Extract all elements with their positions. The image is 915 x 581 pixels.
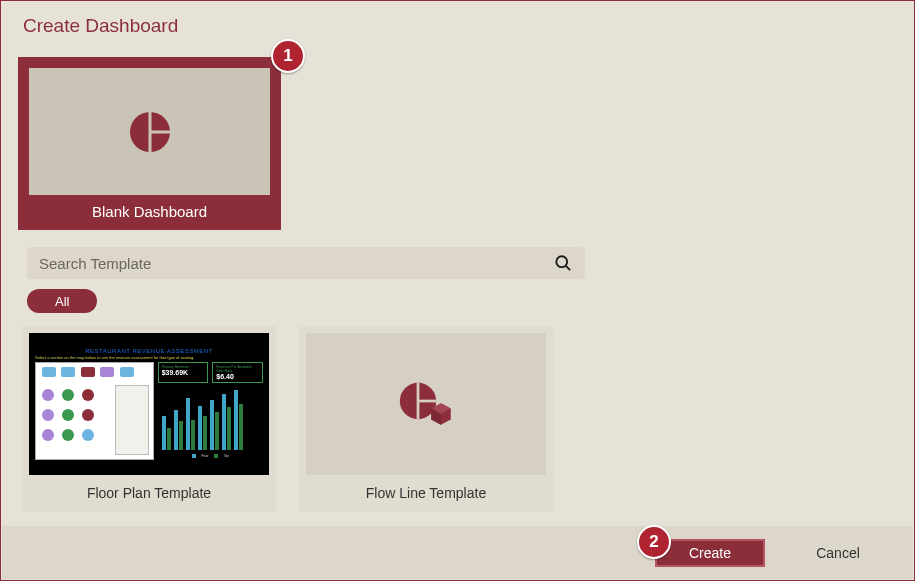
- annotation-badge-2: 2: [637, 525, 671, 559]
- create-button[interactable]: Create: [655, 539, 765, 567]
- search-icon: [553, 253, 573, 273]
- svg-rect-2: [150, 130, 170, 133]
- floor-preview-title: RESTAURANT REVENUE ASSESSMENT: [35, 348, 263, 354]
- bar-chart-icon: [158, 385, 263, 452]
- dialog-title: Create Dashboard: [1, 1, 914, 37]
- search-input[interactable]: [39, 255, 553, 272]
- template-label: Flow Line Template: [299, 475, 553, 512]
- template-card-floor-plan[interactable]: RESTAURANT REVENUE ASSESSMENT Select a s…: [22, 326, 276, 512]
- template-card-flow-line[interactable]: Flow Line Template: [299, 326, 553, 512]
- search-bar[interactable]: [27, 247, 585, 279]
- annotation-badge-1: 1: [271, 39, 305, 73]
- floor-plan-map: [35, 362, 154, 460]
- floor-plan-metrics: Primary Revenue $39.69K Revenue Per Avai…: [158, 362, 263, 460]
- filter-all-pill[interactable]: All: [27, 289, 97, 313]
- svg-point-3: [556, 256, 567, 267]
- footer-bar: Create Cancel: [2, 526, 913, 579]
- cube-icon: [428, 401, 454, 427]
- floor-preview-body: Primary Revenue $39.69K Revenue Per Avai…: [35, 362, 263, 460]
- flow-line-preview: [306, 333, 546, 475]
- floor-preview-subtitle: Select a section on the map below to see…: [35, 355, 263, 360]
- template-label: Floor Plan Template: [22, 475, 276, 512]
- blank-dashboard-card[interactable]: Blank Dashboard: [18, 57, 281, 230]
- svg-line-4: [566, 266, 570, 270]
- floor-plan-preview: RESTAURANT REVENUE ASSESSMENT Select a s…: [29, 333, 269, 475]
- templates-row: RESTAURANT REVENUE ASSESSMENT Select a s…: [22, 326, 553, 512]
- pie-chart-icon: [128, 110, 172, 154]
- cancel-button[interactable]: Cancel: [783, 539, 893, 567]
- blank-dashboard-preview: [29, 68, 270, 195]
- blank-dashboard-label: Blank Dashboard: [19, 195, 280, 229]
